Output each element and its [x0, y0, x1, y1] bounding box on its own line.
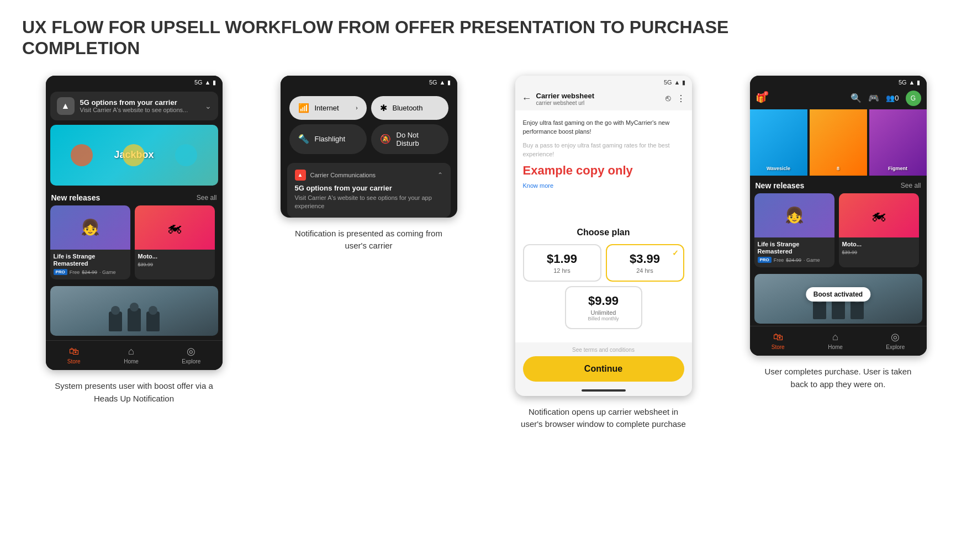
- pro-badge-4: PRO: [758, 257, 772, 263]
- game-card-moto-4[interactable]: 🏍 Moto... $39.99: [839, 193, 919, 267]
- screens-row: 5G ▲ ▮ ▲ 5G options from your carrier Vi…: [22, 76, 950, 431]
- plan-card-399[interactable]: ✓ $3.99 24 hrs: [606, 244, 684, 282]
- status-bar-3: 5G ▲ ▮: [515, 76, 692, 87]
- game-info-4: Life is Strange Remastered PRO Free $24.…: [754, 237, 834, 267]
- gift-notification[interactable]: 🎁 2: [756, 93, 767, 103]
- user-avatar[interactable]: G: [906, 91, 921, 106]
- see-all-link-1[interactable]: See all: [197, 194, 217, 202]
- soldier-2: [128, 308, 141, 331]
- back-button[interactable]: ←: [522, 93, 532, 104]
- boost-activated-badge: Boost activated: [806, 287, 870, 302]
- status-icons-2: ▲ ▮: [440, 79, 451, 86]
- notification-text: 5G options from your carrier Visit Carri…: [80, 98, 199, 113]
- price-label-4: $24.99: [786, 257, 801, 263]
- tile-internet[interactable]: 📶 Internet ›: [289, 96, 367, 120]
- tile-bluetooth[interactable]: ✱ Bluetooth: [371, 96, 448, 120]
- hero-game-8[interactable]: 8: [810, 109, 867, 176]
- plan-card-999[interactable]: $9.99 Unlimited Billed monthly: [565, 286, 642, 329]
- new-releases-header: New releases See all: [46, 188, 223, 205]
- search-icon[interactable]: 🔍: [850, 93, 862, 103]
- plan-note-3: Billed monthly: [570, 316, 637, 321]
- hero-label-2: 8: [837, 166, 839, 171]
- hero-game-figment[interactable]: Figment: [869, 109, 927, 176]
- game-info-2: Moto... $39.99: [135, 250, 215, 272]
- know-more-link[interactable]: Know more: [523, 182, 684, 189]
- game-card-moto[interactable]: 🏍 Moto... $39.99: [135, 205, 215, 279]
- plan-check-icon: ✓: [672, 249, 679, 257]
- terms-link[interactable]: See terms and conditions: [515, 342, 692, 356]
- example-copy-label: Example copy only: [523, 163, 684, 178]
- soldier-1: [109, 311, 122, 331]
- nav-explore-label-1: Explore: [182, 358, 200, 364]
- signal-label-3: 5G: [664, 79, 672, 86]
- plan-price-3: $9.99: [570, 294, 637, 308]
- price-label-2: $39.99: [138, 262, 154, 267]
- explore-icon-1: ◎: [187, 345, 196, 357]
- nav-home-1[interactable]: ⌂ Home: [124, 346, 139, 364]
- phone-frame-2: 5G ▲ ▮ 📶 Internet › ✱ Bluetooth 🔦: [281, 76, 457, 218]
- game-meta-4b: $39.99: [842, 250, 916, 255]
- notification-expand-icon[interactable]: ⌄: [205, 102, 212, 110]
- game-card-life-is-strange-4[interactable]: 👧 Life is Strange Remastered PRO Free $2…: [754, 193, 834, 267]
- screen-1-col: 5G ▲ ▮ ▲ 5G options from your carrier Vi…: [22, 76, 246, 405]
- nav-store-4[interactable]: 🛍 Store: [772, 331, 785, 350]
- plan-price-2: $3.99: [611, 252, 679, 266]
- hero-game-wavesicle[interactable]: Wavesicle: [750, 109, 807, 176]
- url-bar[interactable]: Carrier websheet carrier websheet url: [536, 92, 661, 106]
- app-top-icons: 🔍 🎮 👥0 G: [850, 91, 921, 106]
- notification-subtitle: Visit Carrier A's website to see options…: [80, 107, 199, 113]
- status-icons-1: ▲ ▮: [205, 79, 216, 86]
- nav-home-4[interactable]: ⌂ Home: [828, 331, 843, 350]
- game-thumbnail-4b: 🏍: [839, 193, 919, 237]
- browser-toolbar: ← Carrier websheet carrier websheet url …: [515, 87, 692, 110]
- share-icon[interactable]: ⎋: [665, 93, 671, 104]
- soldier-4c: [850, 299, 864, 319]
- games-row-1: 👧 Life is Strange Remastered PRO Free $2…: [46, 205, 223, 284]
- plan-price-1: $1.99: [529, 252, 596, 266]
- signal-label-2: 5G: [429, 79, 437, 86]
- banner-decorations: [50, 125, 218, 186]
- nav-explore-4[interactable]: ◎ Explore: [886, 331, 905, 350]
- nav-explore-label-4: Explore: [886, 344, 905, 350]
- page-title: UX FLOW FOR UPSELL WORKFLOW FROM OFFER P…: [22, 17, 795, 59]
- carrier-notif-body: Visit Carrier A's website to see options…: [295, 194, 443, 211]
- body-text-1: Enjoy ultra fast gaming on the go with M…: [523, 118, 684, 136]
- continue-button[interactable]: Continue: [523, 356, 684, 382]
- controller-icon[interactable]: 🎮: [868, 93, 879, 103]
- game-char-4b: 🏍: [871, 206, 886, 224]
- see-all-link-4[interactable]: See all: [901, 182, 921, 189]
- store-icon-4: 🛍: [773, 331, 783, 343]
- heads-up-notification[interactable]: ▲ 5G options from your carrier Visit Car…: [50, 92, 218, 120]
- nav-store-1[interactable]: 🛍 Store: [67, 346, 81, 364]
- more-icon[interactable]: ⋮: [677, 93, 685, 104]
- soldier-4a: [813, 299, 826, 319]
- tile-flashlight[interactable]: 🔦 Flashlight: [289, 124, 367, 154]
- new-releases-title: New releases: [51, 193, 101, 202]
- signal-label-4: 5G: [899, 79, 907, 86]
- plan-card-199[interactable]: $1.99 12 hrs: [523, 244, 601, 282]
- nav-store-label-1: Store: [67, 358, 81, 364]
- game-card-life-is-strange[interactable]: 👧 Life is Strange Remastered PRO Free $2…: [50, 205, 130, 279]
- wifi-icon-1: ▲: [205, 79, 211, 86]
- screen-4-col: 5G ▲ ▮ 🎁 2 🔍 🎮 👥0 G: [726, 76, 950, 390]
- websheet-url: carrier websheet url: [536, 100, 585, 106]
- free-label-1: Free: [70, 270, 80, 275]
- game-type-1: · Game: [99, 270, 116, 275]
- battery-icon-4: ▮: [917, 79, 920, 86]
- game-title-4b: Moto...: [842, 241, 916, 248]
- notif-expand-icon[interactable]: ⌃: [437, 171, 443, 179]
- notif-card-header: ▲ Carrier Communications ⌃: [295, 170, 443, 181]
- phone-frame-4: 5G ▲ ▮ 🎁 2 🔍 🎮 👥0 G: [750, 76, 927, 356]
- notification-icon: ▲: [57, 97, 75, 115]
- tile-dnd[interactable]: 🔕 Do Not Disturb: [371, 124, 448, 154]
- phone-frame-1: 5G ▲ ▮ ▲ 5G options from your carrier Vi…: [46, 76, 223, 370]
- toolbar-icons: ⎋ ⋮: [665, 93, 685, 104]
- screen-2-col: 5G ▲ ▮ 📶 Internet › ✱ Bluetooth 🔦: [257, 76, 480, 252]
- people-icon[interactable]: 👥0: [886, 94, 899, 102]
- plan-duration-3: Unlimited: [570, 309, 637, 316]
- notification-title: 5G options from your carrier: [80, 98, 199, 107]
- caption-3: Notification opens up carrier websheet i…: [521, 406, 686, 431]
- nav-explore-1[interactable]: ◎ Explore: [182, 345, 200, 364]
- caption-4: User completes purchase. User is taken b…: [756, 366, 921, 390]
- store-icon-1: 🛍: [69, 346, 79, 357]
